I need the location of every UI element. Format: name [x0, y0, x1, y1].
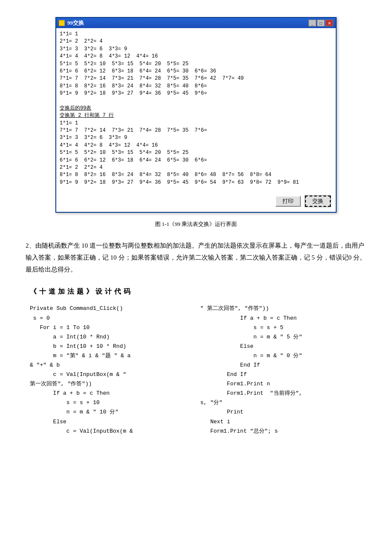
output-line-6: 6*1= 6 6*2= 12 6*3= 18 6*4= 24 6*5= 30 6…	[60, 68, 332, 75]
code-left-line-3: For i = 1 To 10	[30, 323, 192, 332]
code-left-line-7: & "+" & b	[30, 361, 192, 370]
code-left-line-10: If a + b = c Then	[30, 389, 192, 398]
window-app-icon	[59, 20, 65, 26]
code-column-right: " 第二次回答", "作答")) If a + b = c Then s = s…	[196, 304, 366, 436]
window-controls: _ □ ✕	[308, 20, 333, 26]
output2-line-6: 6*1= 6 6*2= 12 6*3= 18 6*4= 24 6*5= 30 6…	[60, 157, 332, 164]
figure-caption: 图 1-1《99 乘法表交换》运行界面	[26, 220, 366, 228]
body-paragraph: 2、由随机函数产生 10 道一位整数与两位整数相加的加法题。产生的加法题依次显示…	[26, 240, 366, 275]
code-left-line-6: m = "第" & i & "题 " & a	[30, 351, 192, 361]
app-window: 99交换 _ □ ✕ 1*1= 1 2*1= 2 2*2= 4 3*1= 3 3…	[55, 17, 337, 213]
close-button[interactable]: ✕	[326, 20, 333, 26]
code-right-line-10: Form1.Print "当前得分",	[200, 389, 362, 398]
code-right-line-1: " 第二次回答", "作答"))	[200, 304, 362, 313]
output-line-8: 8*1= 8 8*2= 16 8*3= 24 8*4= 32 8*5= 40 8…	[60, 83, 332, 90]
minimize-button[interactable]: _	[308, 20, 316, 26]
code-right-line-2: If a + b = c Then	[200, 314, 362, 323]
output-line-3: 3*1= 3 3*2= 6 3*3= 9	[60, 46, 332, 53]
window-action-buttons: 打印 交换	[275, 196, 331, 207]
output2-line-8: 8*1= 8 8*2= 16 8*3= 24 8*4= 32 8*5= 40 8…	[60, 171, 332, 179]
code-right-line-7: End If	[200, 361, 362, 370]
output-line-1: 1*1= 1	[60, 31, 332, 38]
code-section-heading: 《十道加法题》设计代码	[30, 287, 366, 296]
window-wrapper: 99交换 _ □ ✕ 1*1= 1 2*1= 2 2*2= 4 3*1= 3 3…	[26, 17, 366, 213]
print-button[interactable]: 打印	[275, 196, 301, 207]
code-right-line-3: s = s + 5	[200, 323, 362, 332]
code-column-left: Private Sub Command1_Click() s = 0 For i…	[26, 304, 196, 436]
window-title: 99交换	[67, 19, 84, 27]
code-right-line-13: Next i	[200, 417, 362, 427]
code-right-line-11: s, "分"	[200, 398, 362, 408]
output2-line-4: 4*1= 4 4*2= 8 4*3= 12 4*4= 16	[60, 142, 332, 149]
output2-line-7: 2*1= 2 2*2= 4	[60, 164, 332, 171]
title-left: 99交换	[59, 19, 84, 27]
output-line-2: 2*1= 2 2*2= 4	[60, 38, 332, 45]
output2-line-3: 3*1= 3 3*2= 6 3*3= 9	[60, 134, 332, 142]
exchange-info: 交换第 2 行和第 7 行	[60, 112, 332, 119]
output2-line-2: 7*1= 7 7*2= 14 7*3= 21 7*4= 28 7*5= 35 7…	[60, 127, 332, 134]
output2-line-9: 9*1= 9 9*2= 18 9*3= 27 9*4= 36 9*5= 45 9…	[60, 179, 332, 186]
code-right-line-8: End If	[200, 370, 362, 379]
output2-line-1: 1*1= 1	[60, 120, 332, 127]
code-left-line-2: s = 0	[30, 314, 192, 323]
blank-line-1	[60, 98, 332, 105]
output2-line-5: 5*1= 5 5*2= 10 5*3= 15 5*4= 20 5*5= 25	[60, 149, 332, 156]
code-left-line-14: c = Val(InputBox(m &	[30, 427, 192, 436]
code-right-line-4: n = m & " 5 分"	[200, 332, 362, 342]
code-left-line-4: a = Int(10 * Rnd)	[30, 332, 192, 342]
output-line-7: 7*1= 7 7*2= 14 7*3= 21 7*4= 28 7*5= 35 7…	[60, 75, 332, 82]
output-line-5: 5*1= 5 5*2= 10 5*3= 15 5*4= 20 5*5= 25	[60, 61, 332, 68]
code-right-line-12: Print	[200, 408, 362, 417]
code-left-line-11: s = s + 10	[30, 398, 192, 408]
output-line-9: 9*1= 9 9*2= 18 9*3= 27 9*4= 36 9*5= 45 9…	[60, 90, 332, 97]
code-right-line-14: Form1.Print "总分"; s	[200, 427, 362, 436]
output-line-4: 4*1= 4 4*2= 8 4*3= 12 4*4= 16	[60, 53, 332, 60]
code-right-line-9: Form1.Print n	[200, 379, 362, 389]
code-left-line-1: Private Sub Command1_Click()	[30, 304, 192, 313]
exchange-label: 交换后的99表	[60, 105, 332, 112]
exchange-button[interactable]: 交换	[305, 196, 331, 207]
code-left-line-8: c = Val(InputBox(m & "	[30, 370, 192, 379]
window-titlebar: 99交换 _ □ ✕	[56, 18, 336, 28]
code-right-line-6: n = m & " 0 分"	[200, 351, 362, 361]
window-body: 1*1= 1 2*1= 2 2*2= 4 3*1= 3 3*2= 6 3*3= …	[56, 28, 336, 212]
code-left-line-5: b = Int(10 + 10 * Rnd)	[30, 342, 192, 351]
code-left-line-9: 第一次回答", "作答"))	[30, 379, 192, 389]
code-right-line-5: Else	[200, 342, 362, 351]
code-left-line-12: n = m & " 10 分"	[30, 408, 192, 417]
restore-button[interactable]: □	[317, 20, 325, 26]
code-left-line-13: Else	[30, 417, 192, 427]
code-columns: Private Sub Command1_Click() s = 0 For i…	[26, 304, 366, 436]
